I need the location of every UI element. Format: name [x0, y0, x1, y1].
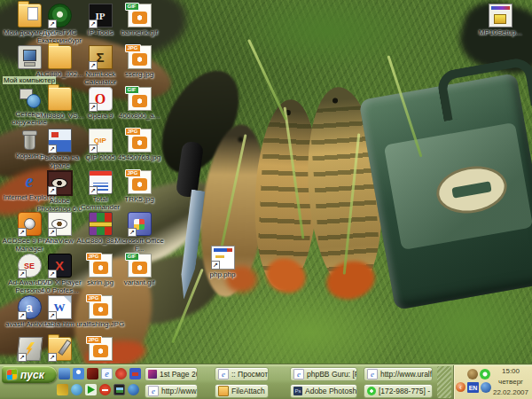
- desktop-icon[interactable]: GIF variant.gif: [112, 254, 167, 294]
- desktop-icon[interactable]: php.php: [196, 245, 249, 278]
- desktop-icon[interactable]: JPG 45450763.jpg: [112, 129, 167, 169]
- desktop-icon-label: Microsoft Office F...: [112, 237, 167, 253]
- desktop-icon[interactable]: JPG uralfishing.JPG: [73, 295, 128, 336]
- taskbar-button-label: http://www.uralfi...: [161, 387, 198, 395]
- clock-weekday: четверг: [489, 377, 532, 387]
- file-type-badge: JPG: [125, 44, 141, 52]
- bug-icon[interactable]: [467, 369, 478, 379]
- desktop-icon[interactable]: JPG sserg.jpg: [112, 45, 167, 86]
- ie-icon: [148, 386, 159, 396]
- desktop-icon-label: MP10Setup...: [473, 28, 527, 36]
- taskbar-buttons-row-2: http://www.uralfi... FileAttach Adobe Ph…: [0, 364, 532, 399]
- shortcut-arrow-icon: [18, 311, 27, 320]
- desktop-icon-label: TRK5.jpg: [112, 195, 167, 203]
- winrar-archive-icon: [89, 212, 113, 236]
- jpg-file-icon: JPG: [128, 45, 152, 69]
- taskbar-button[interactable]: http://www.uralfi...: [145, 384, 198, 398]
- shortcut-arrow-icon: [89, 103, 98, 112]
- folder-icon: [48, 45, 72, 69]
- taskbar-resize-grip[interactable]: [437, 366, 451, 398]
- grass-patch: [213, 284, 408, 364]
- jpg-file-icon: JPG: [89, 295, 113, 319]
- jpg-file-icon: JPG: [128, 170, 152, 194]
- file-type-badge: JPG: [86, 336, 102, 344]
- desktop-icon[interactable]: Microsoft Office F...: [112, 212, 167, 253]
- language-en-badge[interactable]: EN: [467, 382, 479, 393]
- taskbar-button[interactable]: Adobe Photosho...: [290, 384, 357, 398]
- clock-time: 15:00: [489, 366, 532, 377]
- desktop-icon[interactable]: GIF bannerik.gif: [112, 4, 167, 44]
- jpg-file-icon: JPG: [89, 337, 113, 361]
- file-type-badge: JPG: [86, 253, 102, 261]
- jpg-file-icon: JPG: [89, 254, 113, 278]
- taskbar-button-label: FileAttach: [231, 387, 265, 395]
- shortcut-arrow-icon: [89, 186, 98, 195]
- installer-icon: [489, 4, 512, 27]
- shortcut-arrow-icon: [211, 261, 220, 270]
- shortcut-arrow-icon: [48, 20, 57, 28]
- system-tray: EN 15:00 четверг 22.02.2007: [453, 365, 532, 399]
- desktop-icon[interactable]: MP10Setup...: [473, 3, 527, 36]
- shortcut-arrow-icon: [89, 61, 98, 70]
- shortcut-arrow-icon: [89, 145, 98, 153]
- shortcut-arrow-icon: [89, 20, 98, 28]
- desktop-icon-column-4: GIF bannerik.gif JPG sserg.jpg GIF 400x8…: [112, 3, 167, 294]
- shortcut-arrow-icon: [48, 353, 57, 362]
- shortcut-arrow-icon: [48, 228, 57, 237]
- desktop-icon[interactable]: JPG TRK5.jpg: [112, 170, 167, 211]
- desktop-icon-label: uralfishing.JPG: [73, 320, 128, 328]
- grass-patch: [231, 0, 426, 71]
- tray-clock[interactable]: 15:00 четверг 22.02.2007: [489, 366, 532, 398]
- shortcut-arrow-icon: [48, 186, 57, 195]
- taskbar-button[interactable]: [172-988-775] - ...: [364, 384, 433, 398]
- file-type-badge: GIF: [125, 86, 139, 94]
- shortcut-arrow-icon: [48, 145, 57, 153]
- file-type-badge: JPG: [125, 169, 141, 177]
- photoshop-icon: [293, 387, 302, 395]
- shortcut-arrow-icon: [18, 270, 27, 278]
- file-type-badge: JPG: [125, 128, 141, 136]
- taskbar-button[interactable]: FileAttach: [215, 384, 269, 398]
- desktop-icon-label: php.php: [196, 270, 249, 278]
- collapse-chevron-icon[interactable]: [456, 382, 466, 392]
- gif-file-icon: GIF: [128, 87, 152, 111]
- icq-icon: [367, 387, 376, 395]
- shortcut-arrow-icon: [18, 353, 27, 362]
- desktop-icon-label: variant.gif: [112, 278, 167, 286]
- desktop-icon-label: 45450763.jpg: [112, 153, 167, 161]
- shortcut-arrow-icon: [128, 228, 137, 237]
- file-type-badge: JPG: [86, 294, 102, 302]
- jpg-file-icon: JPG: [128, 129, 152, 153]
- desktop-icon[interactable]: GIF 400x800_a...: [112, 87, 167, 128]
- desktop-icon-label: 400x800_a...: [112, 112, 167, 120]
- taskbar: пуск 1st Page 2000 :: Просмотр тем... ph…: [0, 364, 532, 399]
- folder-icon: [218, 386, 229, 396]
- desktop-screen: Мои документы Мой компьютер Сетевое окру…: [0, 0, 532, 399]
- desktop-icon-label: bannerik.gif: [112, 28, 167, 36]
- taskbar-button-label: Adobe Photosho...: [305, 387, 357, 395]
- shortcut-arrow-icon: [48, 311, 57, 320]
- gif-file-icon: GIF: [128, 4, 152, 27]
- gif-file-icon: GIF: [128, 254, 152, 278]
- shortcut-arrow-icon: [48, 270, 57, 278]
- file-type-badge: GIF: [125, 253, 139, 261]
- taskbar-button-label: [172-988-775] - ...: [379, 387, 433, 395]
- folder-icon: [48, 87, 72, 111]
- desktop-icon-label: sserg.jpg: [112, 70, 167, 78]
- file-type-badge: GIF: [125, 3, 139, 11]
- shortcut-arrow-icon: [18, 228, 27, 237]
- clock-date: 22.02.2007: [489, 387, 532, 398]
